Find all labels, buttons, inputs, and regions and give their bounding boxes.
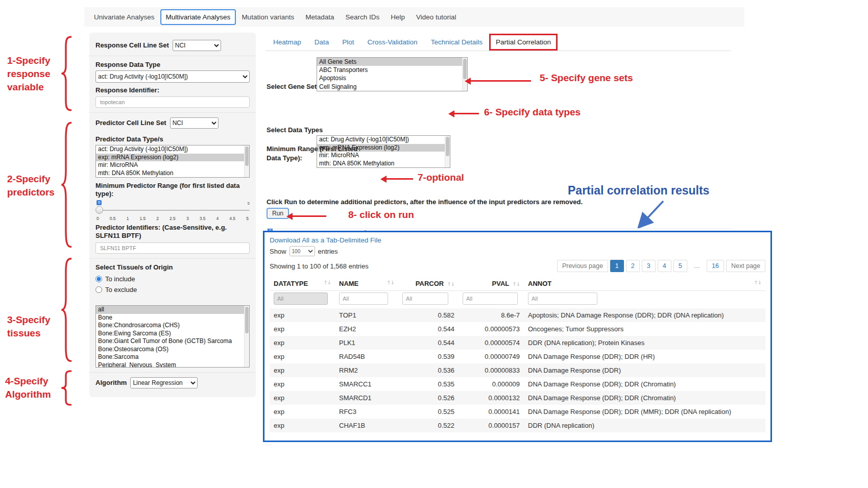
filter-input-parcor[interactable]: [402, 292, 448, 305]
listbox-option[interactable]: Bone:Osteosarcoma (OS): [96, 346, 249, 354]
tab-technical-details[interactable]: Technical Details: [424, 34, 489, 50]
listbox-option[interactable]: Bone:Sarcoma: [96, 353, 249, 361]
table-row[interactable]: exp PLK1 0.544 0.00000574 DDR (DNA repli…: [270, 336, 765, 350]
scrollbar[interactable]: [445, 136, 450, 167]
tab-partial-correlation[interactable]: Partial Correlation: [489, 34, 558, 51]
scrollbar[interactable]: [244, 306, 249, 367]
response-identifier-input[interactable]: [95, 96, 250, 108]
algorithm-select[interactable]: Linear Regression: [130, 377, 198, 388]
page-button-3[interactable]: 3: [642, 260, 656, 272]
response-cell-line-set-select[interactable]: NCI: [173, 40, 221, 51]
listbox-option[interactable]: Cell Signaling: [317, 83, 467, 91]
predictor-cell-line-set-select[interactable]: NCI: [170, 117, 219, 129]
cell-name: TOP1: [335, 308, 398, 322]
table-row[interactable]: exp RRM2 0.536 0.00000833 DNA Damage Res…: [270, 363, 765, 377]
column-header-parcor[interactable]: PARCOR↑↓: [398, 277, 459, 291]
tab-cross-validation[interactable]: Cross-Validation: [361, 34, 424, 50]
page-size-select[interactable]: 100: [290, 246, 315, 256]
run-button[interactable]: Run: [267, 208, 289, 219]
section-divider: [266, 228, 731, 229]
cell-pval: 0.0000157: [459, 419, 524, 432]
slider-handle[interactable]: [95, 206, 103, 214]
listbox-option-selected[interactable]: exp: mRNA Expression (log2): [96, 154, 249, 162]
nav-item-search-ids[interactable]: Search IDs: [340, 9, 385, 25]
column-header-pval[interactable]: PVAL↑↓: [459, 277, 524, 291]
column-header-datatype[interactable]: DATATYPE↑↓: [270, 277, 335, 291]
algorithm-label: Algorithm: [95, 379, 127, 387]
filter-input-pval[interactable]: [463, 292, 518, 305]
listbox-option[interactable]: mir: MicroRNA: [96, 161, 249, 169]
page-button-16[interactable]: 16: [707, 260, 724, 272]
listbox-option-selected[interactable]: All Gene Sets: [317, 58, 467, 66]
listbox-option-selected[interactable]: all: [96, 306, 249, 314]
cell-parcor: 0.539: [398, 350, 459, 363]
listbox-option[interactable]: Bone:Ewing Sarcoma (ES): [96, 330, 249, 338]
scrollbar-thumb[interactable]: [245, 307, 249, 333]
listbox-option[interactable]: ABC Transporters: [317, 66, 467, 74]
response-data-type-select[interactable]: act: Drug Activity (-log10[IC50M]): [95, 70, 250, 83]
nav-item-mutation-variants[interactable]: Mutation variants: [236, 9, 300, 25]
nav-item-multivariate-analyses[interactable]: Multivariate Analyses: [160, 9, 236, 25]
next-page-button[interactable]: Next page: [726, 260, 765, 272]
nav-item-univariate-analyses[interactable]: Univariate Analyses: [88, 9, 160, 25]
page-button-5[interactable]: 5: [673, 260, 687, 272]
listbox-option[interactable]: Apoptosis: [317, 74, 467, 82]
filter-input-datatype[interactable]: [274, 292, 328, 305]
page-button-1[interactable]: 1: [610, 260, 624, 272]
to-include-radio[interactable]: [95, 276, 102, 282]
column-header-annot[interactable]: ANNOT↑↓: [524, 277, 765, 291]
pagination-ellipsis: …: [689, 260, 705, 272]
table-row[interactable]: exp EZH2 0.544 0.00000573 Oncogenes; Tum…: [270, 322, 765, 336]
cell-datatype: exp: [270, 405, 335, 419]
input-form-panel: Response Cell Line Set NCI Response Data…: [89, 33, 256, 397]
listbox-option[interactable]: mth: DNA 850K Methylation: [317, 160, 450, 168]
scrollbar-thumb[interactable]: [446, 137, 449, 156]
nav-item-metadata[interactable]: Metadata: [300, 9, 340, 25]
cell-pval: 0.00000574: [459, 336, 524, 350]
tissue-listbox[interactable]: all Bone Bone:Chondrosarcoma (CHS) Bone:…: [95, 305, 250, 368]
tab-plot[interactable]: Plot: [335, 34, 360, 50]
table-header-row: DATATYPE↑↓ NAME↑↓ PARCOR↑↓ PVAL↑↓ ANNOT↑…: [270, 277, 765, 291]
table-row[interactable]: exp SMARCC1 0.535 0.000009 DNA Damage Re…: [270, 377, 765, 391]
table-row[interactable]: exp TOP1 0.582 8.6e-7 Apoptosis; DNA Dam…: [270, 308, 765, 322]
table-row[interactable]: exp CHAF1B 0.522 0.0000157 DDR (DNA repl…: [270, 419, 765, 432]
min-predictor-range-slider[interactable]: 0 5 00.511.522.533.544.55: [95, 200, 250, 223]
tab-data[interactable]: Data: [308, 34, 336, 50]
to-exclude-radio[interactable]: [95, 286, 102, 293]
scrollbar[interactable]: [462, 58, 467, 91]
analysis-tabs: Heatmap Data Plot Cross-Validation Techn…: [267, 34, 558, 51]
scrollbar-thumb[interactable]: [245, 147, 249, 166]
listbox-option[interactable]: Peripheral_Nervous_System: [96, 361, 249, 368]
tab-heatmap[interactable]: Heatmap: [267, 34, 308, 50]
gene-sets-listbox[interactable]: All Gene Sets ABC Transporters Apoptosis…: [317, 57, 468, 91]
predictor-cell-line-set-label: Predictor Cell Line Set: [95, 119, 166, 127]
page-button-4[interactable]: 4: [658, 260, 671, 272]
column-header-name[interactable]: NAME↑↓: [335, 277, 398, 291]
table-row[interactable]: exp RAD54B 0.539 0.00000749 DNA Damage R…: [270, 350, 765, 363]
listbox-option[interactable]: act: Drug Activity (-log10[IC50M]): [96, 145, 249, 154]
predictor-data-types-listbox[interactable]: act: Drug Activity (-log10[IC50M]) exp: …: [95, 145, 250, 178]
nav-item-video-tutorial[interactable]: Video tutorial: [411, 9, 462, 25]
scrollbar[interactable]: [244, 145, 249, 177]
cell-annot: Oncogenes; Tumor Suppressors: [524, 322, 765, 336]
table-row[interactable]: exp RFC3 0.525 0.0000141 DNA Damage Resp…: [270, 405, 765, 419]
listbox-option[interactable]: Bone:Chondrosarcoma (CHS): [96, 322, 249, 330]
listbox-option[interactable]: mth: DNA 850K Methylation: [96, 169, 249, 178]
table-row[interactable]: exp SMARCD1 0.526 0.0000132 DNA Damage R…: [270, 391, 765, 405]
scrollbar-thumb[interactable]: [463, 59, 467, 79]
listbox-option[interactable]: Bone:Giant Cell Tumor of Bone (GCTB) Sar…: [96, 337, 249, 346]
filter-input-annot[interactable]: [528, 292, 597, 305]
nav-item-help[interactable]: Help: [385, 9, 411, 25]
predictor-identifiers-input[interactable]: [95, 242, 250, 254]
slider-track[interactable]: [95, 210, 250, 211]
previous-page-button[interactable]: Previous page: [557, 260, 608, 272]
sort-icon: ↑↓: [447, 281, 454, 287]
filter-input-name[interactable]: [339, 292, 388, 305]
listbox-option[interactable]: act: Drug Activity (-log10[IC50M]): [317, 136, 450, 144]
min-range-label-line1: Minimum Range (First Listed: [267, 144, 357, 153]
listbox-option[interactable]: Bone: [96, 314, 249, 322]
cell-annot: DNA Damage Response (DDR): [524, 363, 765, 377]
download-tab-delimited-link[interactable]: Download All as a Tab-Delimited File: [270, 236, 381, 244]
page-button-2[interactable]: 2: [626, 260, 640, 272]
showing-entries-text: Showing 1 to 100 of 1,568 entries: [270, 262, 369, 270]
